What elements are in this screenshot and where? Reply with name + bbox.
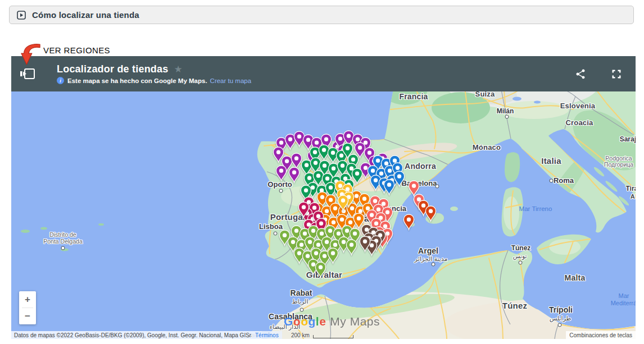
map-pin[interactable] <box>275 165 287 182</box>
zoom-control: + − <box>19 291 36 324</box>
map-pin[interactable] <box>403 214 415 231</box>
fullscreen-icon[interactable] <box>611 68 622 80</box>
page: Cómo localizar una tienda VER REGIONES <box>0 0 644 344</box>
play-box-icon <box>17 11 26 20</box>
share-icon[interactable] <box>575 68 586 80</box>
map-attribution: Datos de mapas ©2022 GeoBasis-DE/BKG (©2… <box>11 331 262 339</box>
map-pin[interactable] <box>346 239 357 256</box>
scale-label: 200 km <box>291 332 310 338</box>
keyboard-shortcuts-link[interactable]: Combinaciones de teclas <box>566 331 636 339</box>
side-panel-toggle-icon[interactable] <box>20 67 35 81</box>
map-pin[interactable] <box>359 236 371 253</box>
star-icon[interactable]: ★ <box>174 63 182 75</box>
google-my-maps-watermark[interactable]: GoogleMy Maps <box>284 315 380 328</box>
map-pin[interactable] <box>383 179 395 196</box>
map-pin[interactable] <box>315 262 326 278</box>
map-pin[interactable] <box>337 195 349 212</box>
map-pin[interactable] <box>279 230 291 246</box>
map-pin[interactable] <box>393 171 405 187</box>
map-header: Localizador de tiendas ★ i Este mapa se … <box>11 56 636 91</box>
pins-layer <box>11 56 636 339</box>
info-icon: i <box>57 77 64 84</box>
watermark-google: Google <box>284 315 326 328</box>
scale-bar <box>313 335 353 338</box>
map-canvas[interactable]: FranciaSuizaMilánEsloveniaCroaciaMónacoI… <box>11 56 636 339</box>
ver-regiones-label: VER REGIONES <box>43 45 110 55</box>
map-pin[interactable] <box>288 167 300 184</box>
map-pin[interactable] <box>425 205 437 222</box>
map-pin[interactable] <box>327 247 339 264</box>
red-arrow-down-icon <box>20 43 41 66</box>
accordion-label: Cómo localizar una tienda <box>32 10 139 20</box>
watermark-suffix: My Maps <box>330 315 380 328</box>
accordion-como-localizar[interactable]: Cómo localizar una tienda <box>9 6 634 24</box>
scale-control: 200 km <box>291 332 353 338</box>
map-pin[interactable] <box>298 201 310 218</box>
create-map-link[interactable]: Crear tu mapa <box>210 77 252 84</box>
zoom-out-button[interactable]: − <box>19 308 36 324</box>
map-info-text: Este mapa se ha hecho con Google My Maps… <box>67 77 207 84</box>
map-title: Localizador de tiendas <box>57 63 168 75</box>
terms-link[interactable]: Términos <box>252 331 282 339</box>
zoom-in-button[interactable]: + <box>19 291 36 308</box>
